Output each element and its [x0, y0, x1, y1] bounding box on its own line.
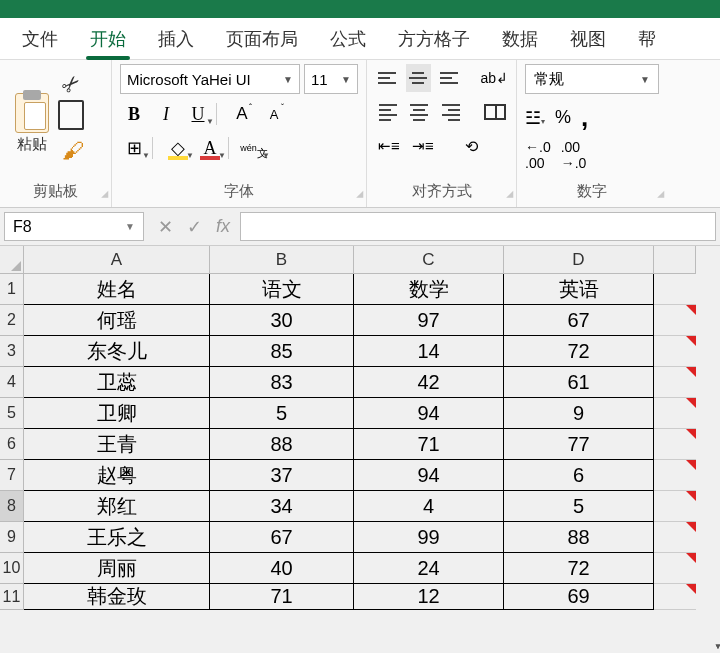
tab-formulas[interactable]: 公式 [314, 19, 382, 59]
cell[interactable]: 97 [354, 305, 504, 336]
cell[interactable]: 王乐之 [24, 522, 210, 553]
align-top-button[interactable] [375, 64, 400, 92]
cell[interactable] [654, 336, 696, 367]
cell[interactable]: 61 [504, 367, 654, 398]
font-color-button[interactable]: A▼ [196, 134, 224, 162]
tab-home[interactable]: 开始 [74, 19, 142, 59]
tab-view[interactable]: 视图 [554, 19, 622, 59]
row-header-11[interactable]: 11 [0, 584, 24, 610]
row-header-7[interactable]: 7 [0, 460, 24, 491]
cell[interactable]: 40 [210, 553, 354, 584]
cell[interactable] [654, 460, 696, 491]
format-painter-button[interactable]: 🖌 [62, 138, 84, 164]
cell[interactable] [654, 274, 696, 305]
cell[interactable]: 69 [504, 584, 654, 610]
cell[interactable]: 24 [354, 553, 504, 584]
tab-fangfang[interactable]: 方方格子 [382, 19, 486, 59]
cell[interactable] [654, 491, 696, 522]
cell[interactable]: 72 [504, 336, 654, 367]
row-header-8[interactable]: 8 [0, 491, 24, 522]
number-format-select[interactable]: 常规▼ [525, 64, 659, 94]
tab-data[interactable]: 数据 [486, 19, 554, 59]
cell[interactable]: 6 [504, 460, 654, 491]
increase-decimal-button[interactable]: ←.0.00 [525, 139, 551, 171]
row-header-2[interactable]: 2 [0, 305, 24, 336]
increase-indent-button[interactable]: ⇥≡ [409, 132, 437, 160]
cell[interactable]: 何瑶 [24, 305, 210, 336]
italic-button[interactable]: I [152, 100, 180, 128]
cell[interactable]: 9 [504, 398, 654, 429]
formula-input[interactable] [240, 212, 716, 241]
cell[interactable]: 88 [210, 429, 354, 460]
row-header-5[interactable]: 5 [0, 398, 24, 429]
tab-help[interactable]: 帮 [622, 19, 672, 59]
cell[interactable]: 85 [210, 336, 354, 367]
cell[interactable]: 语文 [210, 274, 354, 305]
tab-file[interactable]: 文件 [6, 19, 74, 59]
col-header-C[interactable]: C [354, 246, 504, 274]
cell[interactable] [654, 584, 696, 610]
col-header-D[interactable]: D [504, 246, 654, 274]
cell[interactable]: 5 [504, 491, 654, 522]
cell[interactable]: 67 [210, 522, 354, 553]
cell[interactable]: 67 [504, 305, 654, 336]
cell[interactable]: 37 [210, 460, 354, 491]
cell[interactable] [654, 522, 696, 553]
cell[interactable]: 14 [354, 336, 504, 367]
cell[interactable]: 71 [354, 429, 504, 460]
cell[interactable]: 郑红 [24, 491, 210, 522]
row-header-4[interactable]: 4 [0, 367, 24, 398]
cell[interactable] [654, 429, 696, 460]
cell[interactable]: 72 [504, 553, 654, 584]
cell[interactable] [654, 398, 696, 429]
align-middle-button[interactable] [406, 64, 431, 92]
cell[interactable]: 94 [354, 460, 504, 491]
row-header-10[interactable]: 10 [0, 553, 24, 584]
font-size-select[interactable]: 11▼ [304, 64, 358, 94]
cell[interactable]: 卫蕊 [24, 367, 210, 398]
cell[interactable]: 姓名 [24, 274, 210, 305]
tab-insert[interactable]: 插入 [142, 19, 210, 59]
row-header-6[interactable]: 6 [0, 429, 24, 460]
cell[interactable]: 99 [354, 522, 504, 553]
cell[interactable]: 英语 [504, 274, 654, 305]
comma-button[interactable]: , [581, 102, 588, 133]
decrease-font-button[interactable]: Aˇ [260, 100, 288, 128]
fill-color-button[interactable]: ◇▼ [164, 134, 192, 162]
font-name-select[interactable]: Microsoft YaHei UI▼ [120, 64, 300, 94]
wrap-text-button[interactable]: ab↲ [480, 64, 508, 92]
phonetic-button[interactable]: wén文▼ [240, 134, 268, 162]
select-all-corner[interactable] [0, 246, 24, 274]
cell[interactable]: 赵粤 [24, 460, 210, 491]
cell[interactable] [654, 553, 696, 584]
orientation-button[interactable]: ⟲▼ [457, 132, 485, 160]
cell[interactable] [654, 305, 696, 336]
align-bottom-button[interactable] [437, 64, 462, 92]
cell[interactable]: 71 [210, 584, 354, 610]
increase-font-button[interactable]: Aˆ [228, 100, 256, 128]
paste-button[interactable]: 粘贴 [8, 64, 56, 178]
decrease-indent-button[interactable]: ⇤≡ [375, 132, 403, 160]
cell[interactable]: 30 [210, 305, 354, 336]
cell[interactable]: 77 [504, 429, 654, 460]
name-box[interactable]: F8▼ [4, 212, 144, 241]
cell[interactable]: 12 [354, 584, 504, 610]
cell[interactable]: 韩金玫 [24, 584, 210, 610]
row-header-1[interactable]: 1 [0, 274, 24, 305]
merge-button[interactable]: ▼ [483, 98, 508, 126]
col-header-B[interactable]: B [210, 246, 354, 274]
align-left-button[interactable] [375, 98, 400, 126]
cut-button[interactable]: ✂ [56, 66, 90, 100]
cell[interactable]: 东冬儿 [24, 336, 210, 367]
cell[interactable] [654, 367, 696, 398]
decrease-decimal-button[interactable]: .00→.0 [561, 139, 587, 171]
currency-button[interactable]: ☳▾ [525, 107, 545, 129]
underline-button[interactable]: U▼ [184, 100, 212, 128]
cell[interactable]: 34 [210, 491, 354, 522]
bold-button[interactable]: B [120, 100, 148, 128]
cell[interactable]: 周丽 [24, 553, 210, 584]
cell[interactable]: 4 [354, 491, 504, 522]
cell[interactable]: 88 [504, 522, 654, 553]
cell[interactable]: 94 [354, 398, 504, 429]
percent-button[interactable]: % [555, 107, 571, 128]
